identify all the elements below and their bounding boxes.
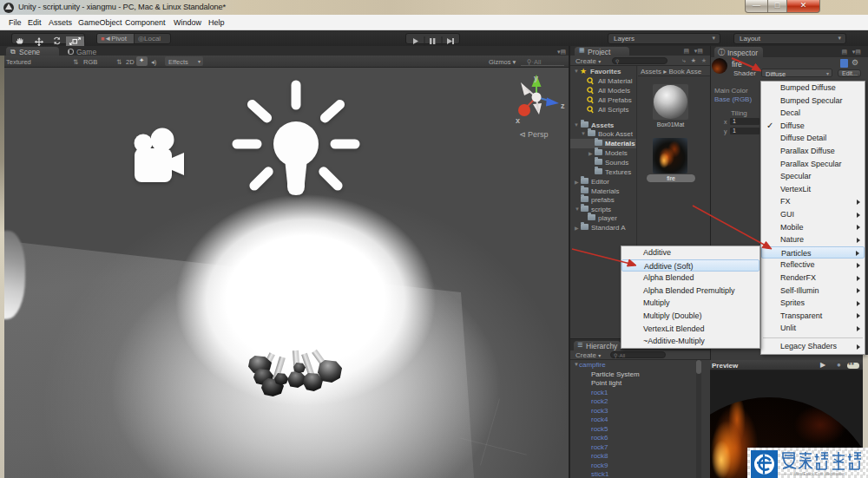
svg-text:x: x xyxy=(516,116,520,125)
svg-text:y: y xyxy=(534,74,538,82)
svg-text:z: z xyxy=(561,101,565,110)
svg-text:⊲ Persp: ⊲ Persp xyxy=(519,130,549,139)
